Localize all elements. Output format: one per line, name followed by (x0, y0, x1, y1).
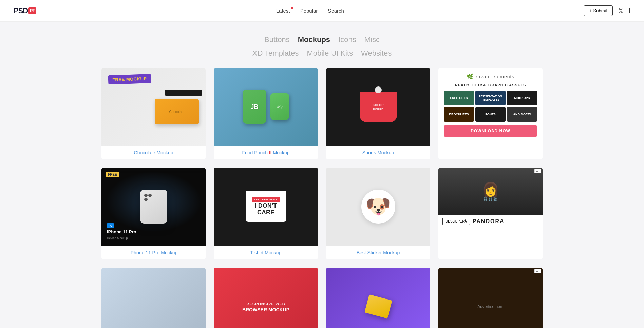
card-chocolate-label: Chocolate Mockup (101, 146, 206, 159)
iphone-body (140, 190, 167, 224)
pandora-chain-icon: ⛓️⛓️⛓️ (484, 197, 498, 201)
card-sticker-label: Best Sticker Mockup (326, 246, 430, 259)
pouch-small: My (270, 93, 289, 120)
card-tshirt[interactable]: BREAKING NEWS: I DON'TCARE T-shirt Mocku… (214, 168, 318, 259)
grid-row-3: 3D Responsive RESPONSIVE WEB BROWSER MOC… (101, 268, 543, 328)
grid-row-1: FREE MOCKUP Chocolate Chocolate Mockup J… (101, 68, 543, 159)
food-pouch-link-part1: Food Pouch (242, 150, 268, 155)
cat-icons[interactable]: Icons (338, 35, 356, 45)
iphone-free-badge: FREE (106, 172, 119, 177)
dog-emoji: 🐶 (365, 196, 391, 217)
envato-tile-brochures: BROCHURES (444, 107, 474, 122)
cat-mobile-ui[interactable]: Mobile UI Kits (307, 49, 353, 58)
cat-buttons[interactable]: Buttons (264, 35, 290, 45)
pandora-name: PANDORA (473, 218, 505, 225)
ad-bottom-right: Ad Advertisement (438, 268, 543, 328)
tshirt-text-box: BREAKING NEWS: I DON'TCARE (252, 197, 280, 216)
card-chocolate-link[interactable]: Chocolate Mockup (134, 150, 173, 155)
nav-search[interactable]: Search (328, 8, 344, 14)
card-3d-responsive[interactable]: 3D Responsive (101, 268, 206, 328)
category-row-2: XD Templates Mobile UI Kits Websites (7, 49, 637, 58)
card-browser-mockup-image: RESPONSIVE WEB BROWSER MOCKUP (214, 268, 318, 328)
card-food-pouch[interactable]: JB My Food Pouch II Mockup (214, 68, 318, 159)
card-chocolate-image: FREE MOCKUP Chocolate (101, 68, 206, 146)
card-chocolate[interactable]: FREE MOCKUP Chocolate Chocolate Mockup (101, 68, 206, 159)
main-nav: Latest Popular Search (276, 8, 344, 14)
pandora-model-content: 👩 ⛓️⛓️⛓️ (482, 181, 499, 201)
pouch-large-text: JB (250, 103, 258, 111)
pandora-person-icon: 👩 (482, 181, 499, 197)
iphone-link-part2: Mockup (161, 250, 177, 255)
card-shorts-link[interactable]: Shorts Mockup (362, 150, 394, 155)
card-food-pouch-link[interactable]: Food Pouch II Mockup (242, 150, 289, 155)
pandora-footer: DESCOPERĂ PANDORA (438, 215, 543, 228)
pouch-large: JB (243, 90, 266, 124)
envato-tile-presentation: PRESENTATION TEMPLATES (475, 91, 506, 105)
logo[interactable]: PSDRE (14, 6, 36, 15)
card-shorts[interactable]: KOLORBABEH Shorts Mockup (326, 68, 430, 159)
card-browser-mockup[interactable]: RESPONSIVE WEB BROWSER MOCKUP (214, 268, 318, 328)
pouch-small-text: My (277, 104, 283, 109)
ad-badge-bottom: Ad (534, 269, 541, 273)
breaking-news-label: BREAKING NEWS: (252, 197, 280, 202)
nav-latest[interactable]: Latest (276, 8, 290, 14)
card-sticker-link[interactable]: Best Sticker Mockup (357, 250, 400, 255)
card-tshirt-link[interactable]: T-shirt Mockup (250, 250, 282, 255)
cat-mockups[interactable]: Mockups (298, 35, 330, 45)
pandora-model-image: 👩 ⛓️⛓️⛓️ (438, 168, 543, 215)
facebook-link[interactable]: f (629, 7, 630, 14)
envato-name: envato elements (475, 74, 515, 79)
ad-pandora: Ad 👩 ⛓️⛓️⛓️ DESCOPERĂ PANDORA (438, 168, 543, 259)
envato-tile-free-files: FREE FILES (444, 91, 474, 105)
card-purple[interactable] (326, 268, 430, 328)
iphone-subtitle: Device Mockup (107, 236, 128, 240)
category-row-1: Buttons Mockups Icons Misc (7, 35, 637, 45)
ad-envato: 🌿 envato elements READY TO USE GRAPHIC A… (438, 68, 543, 159)
card-iphone-image: FREE Ps iPhone 11 Pro Devic (101, 168, 206, 246)
card-iphone-link[interactable]: iPhone 11 Pro Mockup (130, 250, 178, 255)
descoper-button[interactable]: DESCOPERĂ (442, 218, 470, 225)
browser-content: RESPONSIVE WEB BROWSER MOCKUP (242, 301, 289, 313)
card-tshirt-label: T-shirt Mockup (214, 246, 318, 259)
shorts-logo-text: KOLORBABEH (373, 103, 384, 110)
envato-tagline: READY TO USE GRAPHIC ASSETS (444, 83, 537, 87)
card-sticker[interactable]: 🐶 Best Sticker Mockup (326, 168, 430, 259)
chocolate-wrapper: Chocolate (155, 99, 199, 124)
card-purple-image (326, 268, 430, 328)
ps-badge: Ps (107, 223, 114, 228)
card-iphone[interactable]: FREE Ps iPhone 11 Pro Devic (101, 168, 206, 259)
grid-row-2: FREE Ps iPhone 11 Pro Devic (101, 168, 543, 259)
iphone-bottom-label: Ps iPhone 11 Pro Device Mockup (107, 222, 136, 240)
cat-xd-templates[interactable]: XD Templates (252, 49, 299, 58)
submit-button[interactable]: + Submit (584, 5, 613, 16)
food-pouch-link-part2: II (269, 150, 272, 155)
envato-tile-fonts: FONTS (475, 107, 506, 122)
header: PSDRE Latest Popular Search + Submit 𝕏 f (0, 0, 644, 22)
cam-dot-3 (144, 198, 148, 201)
logo-re-box: RE (28, 7, 36, 14)
card-shorts-label: Shorts Mockup (326, 146, 430, 159)
nav-popular[interactable]: Popular (300, 8, 318, 14)
card-shorts-image: KOLORBABEH (326, 68, 430, 146)
cam-dot-1 (144, 194, 148, 197)
card-iphone-label: iPhone 11 Pro Mockup (101, 246, 206, 259)
card-food-pouch-label: Food Pouch II Mockup (214, 146, 318, 159)
card-sticker-image: 🐶 (326, 168, 430, 246)
free-mockup-badge: FREE MOCKUP (108, 74, 151, 84)
ad-placeholder-text: Advertisement (477, 304, 504, 309)
cat-misc[interactable]: Misc (364, 35, 380, 45)
main-content: FREE MOCKUP Chocolate Chocolate Mockup J… (95, 68, 549, 328)
card-food-pouch-image: JB My (214, 68, 318, 146)
envato-logo: 🌿 envato elements (444, 73, 537, 80)
cam-dot-2 (148, 194, 152, 197)
ad-badge: Ad (534, 169, 541, 173)
category-nav: Buttons Mockups Icons Misc XD Templates … (0, 22, 644, 68)
envato-download-button[interactable]: DOWNLOAD NOW (444, 125, 537, 137)
envato-tiles: FREE FILES PRESENTATION TEMPLATES MOCKUP… (444, 91, 537, 122)
envato-leaf-icon: 🌿 (467, 73, 473, 80)
twitter-link[interactable]: 𝕏 (618, 7, 623, 15)
cat-websites[interactable]: Websites (361, 49, 392, 58)
iphone-label: Ps iPhone 11 Pro Device Mockup (107, 222, 136, 240)
header-right: + Submit 𝕏 f (584, 5, 630, 16)
yellow-object (364, 294, 392, 319)
